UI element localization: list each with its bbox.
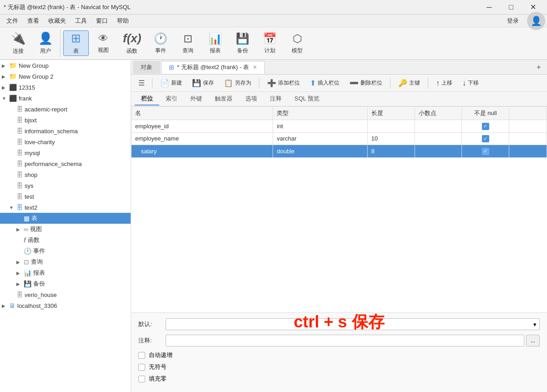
- sidebar-item-table[interactable]: ▦ 表: [0, 213, 131, 224]
- sidebar-item-frank[interactable]: ▼ ⬛ frank: [0, 93, 131, 104]
- cell-type-2[interactable]: varchar: [273, 132, 368, 145]
- menu-file[interactable]: 文件: [2, 15, 23, 27]
- db-icon-information: 🗄: [16, 127, 23, 135]
- sidebar-item-sys[interactable]: 🗄 sys: [0, 180, 131, 191]
- default-select[interactable]: ▾: [166, 318, 540, 330]
- sub-tab-foreign-keys[interactable]: 外键: [184, 93, 208, 106]
- row2-type: varchar: [277, 135, 296, 142]
- move-down-button[interactable]: ↓ 下移: [458, 77, 483, 90]
- menu-favorites[interactable]: 收藏夹: [44, 15, 71, 27]
- sidebar-item-love[interactable]: 🗄 love-charity: [0, 136, 131, 147]
- sub-tab-indexes[interactable]: 索引: [159, 93, 184, 106]
- maximize-button[interactable]: □: [501, 0, 522, 15]
- comment-input[interactable]: [166, 335, 524, 347]
- toolbar-report-button[interactable]: 📊 报表: [203, 30, 228, 56]
- toolbar-table-button[interactable]: ⊞ 表: [63, 30, 89, 56]
- tab-editor[interactable]: ⊞ * 无标题 @text2 (frank) - 表 ✕: [161, 61, 265, 74]
- sidebar-item-academic[interactable]: 🗄 academic-report: [0, 104, 131, 115]
- minimize-button[interactable]: ─: [479, 0, 500, 15]
- tab-close-icon[interactable]: ✕: [253, 64, 257, 70]
- toolbar-connect-button[interactable]: 🔌 连接: [5, 30, 31, 56]
- toolbar-view-button[interactable]: 👁 视图: [91, 30, 116, 56]
- cell-length-2[interactable]: 10: [367, 132, 415, 145]
- sidebar-item-text2[interactable]: ▼ 🗄 text2: [0, 202, 131, 213]
- sidebar-label-performance: performance_schema: [25, 161, 82, 167]
- login-button[interactable]: 登录: [502, 16, 523, 26]
- toolbar-event-button[interactable]: 🕐 事件: [148, 30, 173, 56]
- cell-notnull-3[interactable]: ✓: [462, 145, 509, 158]
- auto-increment-label: 自动递增: [149, 351, 172, 359]
- backup-node-icon: 💾: [24, 280, 31, 287]
- sidebar-item-performance[interactable]: 🗄 performance_schema: [0, 158, 131, 169]
- sub-tab-triggers[interactable]: 触发器: [208, 93, 239, 106]
- sidebar-item-backup-node[interactable]: ▶ 💾 备份: [0, 278, 131, 289]
- table-row[interactable]: * salary double 8 ✓: [132, 145, 547, 158]
- sidebar-item-mysql[interactable]: 🗄 mysql: [0, 147, 131, 158]
- sidebar-item-new-group-2[interactable]: ▶ 📁 New Group 2: [0, 71, 131, 82]
- insert-field-button[interactable]: ⬆ 插入栏位: [306, 77, 344, 90]
- save-button[interactable]: 💾 保存: [188, 77, 218, 90]
- notnull-check-2[interactable]: ✓: [482, 135, 489, 142]
- table-row[interactable]: employee_name varchar 10 ✓: [132, 132, 547, 145]
- auto-increment-checkbox[interactable]: [138, 352, 145, 359]
- notnull-check-1[interactable]: ✓: [482, 123, 489, 130]
- add-field-button[interactable]: ➕ 添加栏位: [263, 77, 304, 90]
- sub-tab-options[interactable]: 选项: [239, 93, 263, 106]
- hamburger-button[interactable]: ☰: [135, 77, 148, 89]
- unsigned-label: 无符号: [149, 363, 167, 371]
- cell-type-3[interactable]: double: [273, 145, 368, 158]
- primary-key-button[interactable]: 🔑 主键: [394, 77, 424, 90]
- cell-decimal-1[interactable]: [415, 120, 462, 133]
- toolbar-user-button[interactable]: 👤 用户: [33, 30, 58, 56]
- tab-add-button[interactable]: +: [532, 61, 545, 74]
- cell-decimal-3[interactable]: [415, 145, 462, 158]
- sidebar-item-view-node[interactable]: ▶ ∞ 视图: [0, 224, 131, 235]
- save-as-button[interactable]: 📋 另存为: [220, 77, 255, 90]
- unsigned-checkbox[interactable]: [138, 364, 145, 371]
- table-row[interactable]: employee_id int ✓: [132, 120, 547, 133]
- cell-decimal-2[interactable]: [415, 132, 462, 145]
- cell-notnull-1[interactable]: ✓: [462, 120, 509, 133]
- cell-length-1[interactable]: [367, 120, 415, 133]
- toolbar-function-button[interactable]: f(x) 函数: [118, 30, 146, 56]
- delete-field-button[interactable]: ➖ 删除栏位: [345, 77, 386, 90]
- comment-field-row: 注释: ...: [138, 335, 540, 347]
- sidebar-item-verio[interactable]: 🗄 verio_house: [0, 289, 131, 300]
- sidebar-item-event-node[interactable]: 🕐 事件: [0, 246, 131, 256]
- toolbar-model-button[interactable]: ⬡ 模型: [284, 30, 310, 56]
- sidebar-item-query-node[interactable]: ▶ ⊡ 查询: [0, 256, 131, 267]
- sidebar-item-information[interactable]: 🗄 information_schema: [0, 126, 131, 136]
- sidebar-item-func-node[interactable]: f 函数: [0, 235, 131, 246]
- sidebar-item-shop[interactable]: 🗄 shop: [0, 169, 131, 180]
- menu-help[interactable]: 帮助: [112, 15, 133, 27]
- toolbar-schedule-button[interactable]: 📅 计划: [257, 30, 283, 56]
- toggle-icon-text2: ▼: [9, 205, 16, 210]
- menu-window[interactable]: 窗口: [91, 15, 112, 27]
- move-up-button[interactable]: ↑ 上移: [432, 77, 456, 90]
- cell-length-3[interactable]: 8: [367, 145, 415, 158]
- menu-view[interactable]: 查看: [23, 15, 44, 27]
- cell-name-1[interactable]: employee_id: [132, 120, 273, 133]
- sidebar-item-12315[interactable]: ▶ ⬛ 12315: [0, 82, 131, 93]
- cell-name-3[interactable]: * salary: [132, 145, 273, 158]
- comment-more-button[interactable]: ...: [526, 335, 540, 347]
- new-button[interactable]: 📄 新建: [156, 77, 186, 90]
- sub-tab-comment[interactable]: 注释: [263, 93, 288, 106]
- sub-tab-fields[interactable]: 栏位: [135, 93, 159, 106]
- tab-object[interactable]: 对象: [133, 61, 160, 74]
- menu-tools[interactable]: 工具: [71, 15, 91, 27]
- sidebar-item-test[interactable]: 🗄 test: [0, 191, 131, 202]
- sidebar-item-report-node[interactable]: ▶ 📊 报表: [0, 267, 131, 278]
- sub-tab-sql-preview[interactable]: SQL 预览: [288, 93, 326, 106]
- fill-zero-checkbox[interactable]: [138, 376, 145, 382]
- cell-notnull-2[interactable]: ✓: [462, 132, 509, 145]
- action-bar: ☰ 📄 新建 💾 保存 📋 另存为 ➕ 添加栏位 ⬆ 插入栏位: [131, 75, 547, 92]
- cell-name-2[interactable]: employee_name: [132, 132, 273, 145]
- sidebar-item-localhost[interactable]: ▶ 🖥 localhost_3306: [0, 300, 131, 311]
- sidebar-item-bjsxt[interactable]: 🗄 bjsxt: [0, 115, 131, 126]
- toolbar-query-button[interactable]: ⊡ 查询: [175, 30, 201, 56]
- cell-type-1[interactable]: int: [273, 120, 368, 133]
- notnull-check-3[interactable]: ✓: [482, 148, 489, 155]
- sidebar-item-new-group-1[interactable]: ▶ 📁 New Group: [0, 60, 131, 71]
- toolbar-backup-button[interactable]: 💾 备份: [230, 30, 255, 56]
